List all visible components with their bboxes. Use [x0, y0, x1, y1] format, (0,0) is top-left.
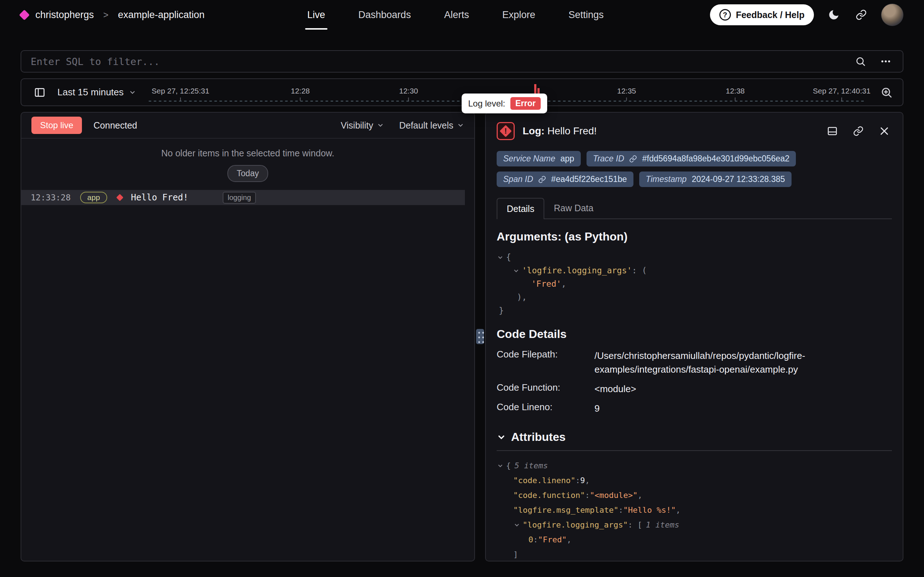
- nav-tabs: Live Dashboards Alerts Explore Settings: [292, 0, 619, 30]
- question-icon: ?: [719, 9, 731, 21]
- timeline-tick: 12:35: [617, 87, 636, 101]
- span-id-badge[interactable]: Span ID #ea4d5f226ec151be: [497, 171, 633, 187]
- visibility-dropdown[interactable]: Visibility: [341, 120, 384, 131]
- tab-details[interactable]: Details: [497, 198, 544, 219]
- attributes-header[interactable]: Attributes: [497, 430, 892, 444]
- link-icon: [853, 126, 864, 137]
- log-level-tooltip: Log level: Error: [462, 93, 547, 113]
- ellipsis-icon: [880, 56, 891, 67]
- chevron-down-icon: [457, 122, 464, 129]
- time-range-label: Last 15 minutes: [57, 87, 124, 98]
- sidebar-toggle-icon: [34, 87, 45, 98]
- live-panel-header: Stop live Connected Visibility Default l…: [21, 113, 474, 139]
- logging-tag: logging: [223, 192, 256, 204]
- sidebar-toggle-button[interactable]: [32, 85, 47, 100]
- nav-tab-dashboards[interactable]: Dashboards: [343, 0, 426, 30]
- collapse-chevron-icon[interactable]: [497, 462, 506, 469]
- sql-filter-bar: [21, 50, 903, 73]
- log-row-selected[interactable]: 12:33:28 app Hello Fred! logging: [21, 190, 465, 205]
- detail-kind: Log:: [523, 125, 545, 137]
- arguments-code: { 'logfire.logging_args': ( 'Fred', ), }: [497, 251, 892, 318]
- feedback-label: Feedback / Help: [736, 10, 805, 20]
- error-diamond-icon: [116, 194, 124, 201]
- collapse-chevron-icon[interactable]: [497, 254, 506, 261]
- chevron-down-icon: [497, 433, 506, 442]
- dock-panel-button[interactable]: [825, 124, 840, 139]
- collapse-chevron-icon[interactable]: [513, 521, 523, 529]
- code-details-rows: Code Filepath: /Users/christophersamiull…: [497, 349, 892, 415]
- share-link-button[interactable]: [853, 7, 869, 23]
- logfire-logo-icon[interactable]: [19, 10, 30, 20]
- service-name-badge: Service Nameapp: [497, 151, 581, 166]
- zoom-in-icon: [880, 86, 893, 98]
- detail-content: Arguments: (as Python) { 'logfire.loggin…: [486, 219, 903, 561]
- stop-live-button[interactable]: Stop live: [31, 117, 82, 134]
- tooltip-label: Log level:: [468, 98, 505, 109]
- top-nav: christophergs > example-application Live…: [0, 0, 924, 30]
- error-level-badge: Error: [510, 97, 541, 110]
- panel-layout-icon: [827, 126, 838, 137]
- default-levels-dropdown[interactable]: Default levels: [399, 120, 464, 131]
- attributes-divider: [497, 450, 892, 451]
- breadcrumb-project[interactable]: example-application: [118, 10, 205, 21]
- detail-badges: Service Nameapp Trace ID #fdd5694a8fa98e…: [486, 151, 903, 187]
- zoom-in-button[interactable]: [879, 85, 894, 100]
- user-avatar[interactable]: [881, 3, 903, 26]
- code-filepath-row: Code Filepath: /Users/christophersamiull…: [497, 349, 892, 376]
- nav-tab-alerts[interactable]: Alerts: [429, 0, 484, 30]
- close-detail-button[interactable]: [877, 124, 892, 139]
- empty-window-message: No older items in the selected time wind…: [21, 148, 474, 158]
- detail-title: Log: Hello Fred!: [523, 125, 597, 137]
- detail-tabs: Details Raw Data: [497, 198, 892, 219]
- arguments-heading: Arguments: (as Python): [497, 230, 892, 243]
- tab-raw-data[interactable]: Raw Data: [544, 198, 603, 218]
- detail-header: ! Log: Hello Fred!: [486, 122, 903, 140]
- link-icon: [855, 9, 867, 21]
- search-button[interactable]: [853, 54, 868, 69]
- code-details-heading: Code Details: [497, 327, 892, 341]
- nav-right-controls: ? Feedback / Help: [710, 3, 903, 26]
- nav-tab-settings[interactable]: Settings: [553, 0, 619, 30]
- breadcrumb: christophergs > example-application: [21, 10, 205, 21]
- nav-tab-live[interactable]: Live: [292, 0, 341, 30]
- error-level-icon: !: [497, 122, 515, 140]
- link-icon: [629, 155, 637, 163]
- sql-filter-input[interactable]: [31, 56, 853, 67]
- breadcrumb-org[interactable]: christophergs: [35, 10, 94, 21]
- panel-resize-handle[interactable]: [476, 329, 484, 344]
- detail-title-text: Hello Fred!: [547, 125, 597, 137]
- search-icon: [855, 56, 866, 67]
- service-badge: app: [80, 192, 107, 203]
- attributes-json: {5 items "code.lineno": 9, "code.functio…: [497, 458, 892, 561]
- live-log-panel: Stop live Connected Visibility Default l…: [21, 112, 475, 561]
- moon-icon: [828, 9, 840, 21]
- main-area: Stop live Connected Visibility Default l…: [21, 112, 903, 561]
- log-timestamp: 12:33:28: [31, 193, 71, 202]
- more-options-button[interactable]: [878, 54, 893, 69]
- connection-status: Connected: [93, 120, 137, 131]
- link-icon: [538, 176, 546, 184]
- today-button[interactable]: Today: [227, 165, 268, 182]
- timeline-tick: 12:28: [291, 87, 310, 101]
- attributes-heading: Attributes: [511, 430, 566, 444]
- log-list: No older items in the selected time wind…: [21, 139, 474, 561]
- code-lineno-row: Code Lineno: 9: [497, 401, 892, 415]
- nav-tab-explore[interactable]: Explore: [487, 0, 550, 30]
- trace-id-badge[interactable]: Trace ID #fdd5694a8fa98eb4e301d99ebc056e…: [587, 151, 796, 166]
- timeline-tick: 12:38: [726, 87, 745, 101]
- timeline-bar: Last 15 minutes Sep 27, 12:25:31 12:28 1…: [21, 78, 903, 106]
- close-icon: [879, 126, 890, 137]
- timeline-tick: Sep 27, 12:40:31: [813, 87, 871, 101]
- time-range-selector[interactable]: Last 15 minutes: [57, 87, 136, 98]
- copy-link-button[interactable]: [851, 124, 866, 139]
- log-detail-panel: ! Log: Hello Fred! Service Namea: [485, 112, 903, 561]
- dark-mode-toggle[interactable]: [826, 7, 841, 23]
- timeline-tick: 12:30: [399, 87, 418, 101]
- timestamp-badge: Timestamp2024-09-27 12:33:28.385: [639, 171, 792, 187]
- collapse-chevron-icon[interactable]: [513, 267, 522, 274]
- breadcrumb-separator: >: [103, 10, 109, 20]
- chevron-down-icon: [377, 122, 384, 129]
- chevron-down-icon: [129, 89, 136, 96]
- timeline-tick: Sep 27, 12:25:31: [152, 87, 209, 101]
- feedback-help-button[interactable]: ? Feedback / Help: [710, 4, 814, 25]
